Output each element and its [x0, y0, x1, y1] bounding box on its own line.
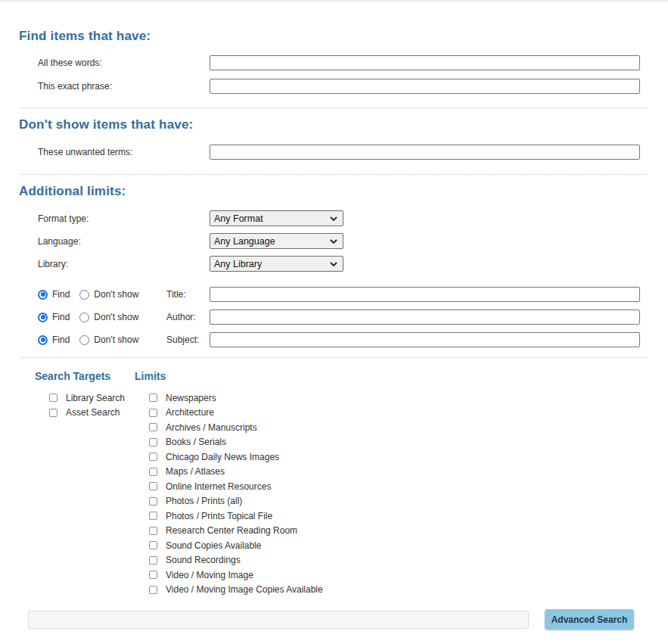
newspapers-checkbox[interactable]	[149, 394, 157, 402]
photos-prints-topical-file-checkbox[interactable]	[149, 512, 157, 520]
limit-item: Photos / Prints (all)	[149, 494, 323, 509]
unwanted-terms-label: These unwanted terms:	[38, 147, 210, 157]
section-heading-additional-limits: Additional limits:	[19, 184, 640, 199]
find-radio-label: Find	[52, 312, 70, 322]
dont-show-radio-label: Don't show	[94, 312, 138, 322]
archives-manuscripts-checkbox[interactable]	[149, 423, 157, 431]
books-serials-checkbox[interactable]	[149, 438, 157, 446]
target-label: Library Search	[66, 393, 125, 403]
author-input[interactable]	[210, 310, 640, 325]
target-item: Asset Search	[49, 406, 135, 421]
all-words-label: All these words:	[38, 58, 210, 68]
title-radio-group: Find Don't show	[38, 289, 166, 300]
limit-item: Sound Copies Available	[149, 538, 323, 553]
limit-label: Photos / Prints (all)	[166, 496, 242, 506]
video-moving-image-checkbox[interactable]	[149, 571, 157, 579]
limit-item: Video / Moving Image Copies Available	[149, 583, 323, 598]
limit-item: Photos / Prints Topical File	[149, 509, 323, 524]
limit-label: Chicago Daily News Images	[166, 452, 279, 462]
title-find-radio[interactable]	[38, 290, 48, 300]
author-label: Author:	[166, 312, 210, 322]
limit-label: Video / Moving Image Copies Available	[166, 584, 323, 595]
chicago-daily-news-images-checkbox[interactable]	[149, 453, 157, 461]
advanced-search-form: Find items that have: All these words: T…	[0, 29, 668, 630]
author-radio-group: Find Don't show	[38, 312, 166, 322]
limit-label: Architecture	[166, 407, 214, 418]
subject-row: Find Don't show Subject:	[19, 332, 640, 347]
limit-item: Archives / Manuscripts	[149, 420, 323, 435]
photos-prints-all-checkbox[interactable]	[149, 497, 157, 506]
chevron-down-icon	[330, 216, 337, 221]
exact-phrase-row: This exact phrase:	[19, 79, 640, 94]
library-search-checkbox[interactable]	[49, 394, 57, 402]
language-label: Language:	[38, 236, 210, 247]
search-targets-column: Search Targets Library Search Asset Sear…	[35, 370, 135, 597]
language-select[interactable]: Any Language	[210, 233, 343, 249]
limit-item: Chicago Daily News Images	[149, 450, 323, 465]
limit-label: Archives / Manuscripts	[166, 422, 257, 433]
title-row: Find Don't show Title:	[19, 287, 640, 302]
format-type-select[interactable]: Any Format	[210, 210, 343, 226]
limit-item: Newspapers	[149, 390, 323, 406]
asset-search-checkbox[interactable]	[49, 409, 57, 417]
limit-item: Architecture	[149, 406, 323, 421]
research-center-reading-room-checkbox[interactable]	[149, 527, 157, 535]
section-heading-dont-show: Don't show items that have:	[19, 117, 640, 132]
limit-label: Maps / Atlases	[166, 466, 225, 477]
advanced-search-button[interactable]: Advanced Search	[545, 609, 634, 630]
language-row: Language: Any Language	[19, 233, 640, 249]
maps-atlases-checkbox[interactable]	[149, 468, 157, 476]
author-find-radio[interactable]	[38, 313, 48, 322]
chevron-down-icon	[330, 262, 337, 266]
dont-show-radio-label: Don't show	[94, 334, 138, 345]
sound-recordings-checkbox[interactable]	[149, 556, 157, 565]
exact-phrase-label: This exact phrase:	[38, 81, 210, 92]
limits-column: Limits Newspapers Architecture Archives …	[135, 370, 323, 597]
sound-copies-available-checkbox[interactable]	[149, 541, 157, 549]
author-dont-show-radio[interactable]	[79, 313, 89, 322]
limit-item: Books / Serials	[149, 435, 323, 450]
footer-bar: Advanced Search	[19, 609, 640, 630]
limit-item: Online Internet Resources	[149, 479, 323, 494]
section-divider	[20, 107, 648, 108]
limit-label: Sound Recordings	[166, 555, 241, 565]
title-label: Title:	[166, 289, 210, 300]
limit-item: Research Center Reading Room	[149, 524, 323, 539]
format-type-row: Format type: Any Format	[19, 210, 640, 226]
all-words-input[interactable]	[210, 55, 640, 70]
subject-input[interactable]	[210, 332, 640, 347]
search-targets-heading: Search Targets	[35, 370, 135, 382]
unwanted-terms-input[interactable]	[210, 145, 640, 160]
exact-phrase-input[interactable]	[210, 79, 640, 94]
video-moving-image-copies-available-checkbox[interactable]	[149, 586, 157, 594]
chevron-down-icon	[330, 239, 337, 244]
architecture-checkbox[interactable]	[149, 409, 157, 417]
limit-label: Video / Moving Image	[166, 570, 253, 580]
title-input[interactable]	[210, 287, 640, 302]
subject-radio-group: Find Don't show	[38, 334, 166, 345]
limits-heading: Limits	[135, 370, 323, 382]
author-row: Find Don't show Author:	[19, 310, 640, 325]
subject-find-radio[interactable]	[38, 335, 48, 345]
limit-item: Video / Moving Image	[149, 568, 323, 583]
title-dont-show-radio[interactable]	[79, 290, 89, 300]
limit-label: Books / Serials	[166, 437, 226, 447]
limit-item: Sound Recordings	[149, 553, 323, 568]
limit-label: Sound Copies Available	[166, 540, 262, 551]
limit-item: Maps / Atlases	[149, 465, 323, 480]
limit-label: Research Center Reading Room	[166, 525, 297, 536]
all-words-row: All these words:	[19, 55, 640, 70]
quick-search-input[interactable]	[28, 611, 529, 629]
section-divider	[20, 174, 648, 175]
top-divider	[0, 0, 668, 2]
limit-label: Newspapers	[166, 393, 216, 403]
section-divider	[20, 357, 648, 358]
language-value: Any Language	[214, 236, 275, 247]
subject-label: Subject:	[166, 334, 210, 345]
library-select[interactable]: Any Library	[210, 256, 343, 272]
target-label: Asset Search	[66, 407, 120, 418]
online-internet-resources-checkbox[interactable]	[149, 482, 157, 490]
library-row: Library: Any Library	[19, 256, 640, 272]
format-type-value: Any Format	[214, 213, 263, 224]
subject-dont-show-radio[interactable]	[79, 335, 89, 345]
